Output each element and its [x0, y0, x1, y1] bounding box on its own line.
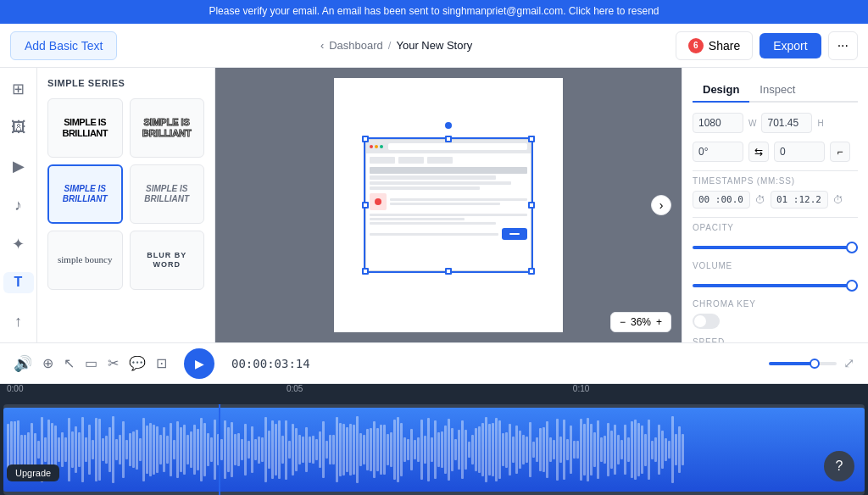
volume-slider[interactable]: [693, 284, 858, 287]
text-panel: SIMPLE SERIES SIMPLE ISBRILLIANT SIMPLE …: [37, 68, 215, 342]
cursor-icon[interactable]: ↖: [64, 355, 75, 371]
layout-icon: ⊞: [12, 80, 25, 98]
text-style-label: SIMPLE ISBRILLIANT: [139, 114, 195, 142]
share-button[interactable]: 6 Share: [676, 31, 753, 60]
text-style-label: BLUR BY WORD: [131, 248, 204, 273]
text-style-label: SIMPLE ISBRILLIANT: [59, 181, 111, 208]
height-input[interactable]: [761, 113, 812, 133]
sidebar-item-upload[interactable]: ↑: [3, 310, 34, 332]
chroma-key-label: CHROMA KEY: [693, 299, 858, 309]
cut-icon[interactable]: ✂: [108, 355, 119, 371]
text-style-bouncy[interactable]: simple bouncy: [47, 231, 123, 290]
divider2: [693, 217, 858, 218]
timeline-waveform: // Generate waveform bars inline: [3, 408, 865, 492]
expand-panel-button[interactable]: ›: [651, 195, 671, 215]
opacity-slider[interactable]: [693, 246, 858, 249]
upgrade-badge[interactable]: Upgrade: [7, 464, 59, 481]
timestamps-row: ⏱ ⏱: [693, 191, 858, 209]
notification-text: Please verify your email. An email has b…: [209, 5, 659, 17]
bottom-section: 🔊 ⊕ ↖ ▭ ✂ 💬 ⊡ ▶ 00:00:03:14 ⤢ 0:00 0:05 …: [0, 342, 868, 495]
timestamp-start[interactable]: [693, 191, 750, 209]
text-style-blur[interactable]: BLUR BY WORD: [130, 231, 205, 290]
corner-input[interactable]: [774, 142, 825, 162]
playback-volume-slider[interactable]: [769, 362, 837, 365]
element-icon: ✦: [12, 235, 25, 253]
flip-icon[interactable]: ⇆: [748, 142, 769, 162]
timestamp-end-icon: ⏱: [833, 194, 843, 206]
panel-tabs: Design Inspect: [693, 78, 858, 103]
sidebar-item-video[interactable]: ▶: [3, 155, 34, 177]
sidebar-item-image[interactable]: 🖼: [3, 117, 34, 139]
sidebar-item-audio[interactable]: ♪: [3, 194, 34, 216]
rotation-input[interactable]: [693, 142, 743, 162]
toggle-knob: [694, 315, 706, 327]
play-button[interactable]: ▶: [184, 348, 214, 379]
text-style-label: simple bouncy: [54, 251, 115, 269]
breadcrumb-dashboard[interactable]: Dashboard: [329, 39, 383, 52]
text-style-label: SIMPLE ISBRILLIANT: [58, 114, 111, 142]
timeline-clip[interactable]: // Generate waveform bars inline: [3, 408, 865, 492]
project-title: Your New Story: [396, 39, 472, 52]
opacity-slider-container: [693, 237, 858, 253]
timeline-track[interactable]: // Generate waveform bars inline: [3, 404, 865, 495]
resize-handle-tr[interactable]: [528, 136, 535, 142]
resize-handle-bl[interactable]: [362, 268, 369, 275]
rotate-handle[interactable]: [445, 122, 452, 129]
text-style-brilliant-outline[interactable]: SIMPLE ISBRILLIANT: [130, 98, 205, 158]
export-button[interactable]: Export: [760, 33, 821, 58]
width-input[interactable]: [693, 113, 743, 133]
resize-handle-mr[interactable]: [528, 202, 535, 209]
width-label: W: [748, 119, 756, 128]
crop-icon[interactable]: ▭: [85, 355, 97, 371]
resize-handle-tl[interactable]: [362, 136, 369, 142]
resize-handle-br[interactable]: [528, 268, 535, 275]
canvas-content: [334, 78, 563, 332]
more-options-button[interactable]: ···: [828, 31, 858, 60]
header: Add Basic Text ‹ Dashboard / Your New St…: [0, 24, 868, 68]
playhead[interactable]: [219, 404, 220, 495]
volume-playback-icon[interactable]: 🔊: [14, 354, 32, 373]
tab-design[interactable]: Design: [693, 78, 749, 103]
timestamp-end[interactable]: [771, 191, 828, 209]
opacity-label: OPACITY: [693, 223, 858, 232]
add-basic-text-button[interactable]: Add Basic Text: [10, 31, 117, 60]
divider: [693, 170, 858, 171]
resize-handle-bc[interactable]: [445, 268, 452, 275]
zoom-controls: − 36% +: [610, 312, 671, 332]
crop-alt-icon[interactable]: ⊡: [156, 355, 167, 371]
text-style-brilliant[interactable]: SIMPLE ISBRILLIANT: [47, 98, 123, 158]
chroma-key-toggle[interactable]: [693, 314, 720, 329]
comment-icon[interactable]: 💬: [129, 355, 146, 371]
help-icon: ?: [836, 459, 843, 474]
sidebar-item-elements[interactable]: ✦: [3, 233, 34, 255]
timeline-ruler: 0:00 0:05 0:10: [0, 384, 868, 404]
text-panel-title: SIMPLE SERIES: [47, 78, 204, 88]
icon-sidebar: ⊞ 🖼 ▶ ♪ ✦ T ↑: [0, 68, 37, 342]
add-clip-icon[interactable]: ⊕: [42, 355, 53, 371]
breadcrumb: ‹ Dashboard / Your New Story: [320, 39, 472, 52]
sidebar-item-layout[interactable]: ⊞: [3, 78, 34, 100]
header-left: Add Basic Text: [10, 31, 117, 60]
resize-handle-ml[interactable]: [362, 202, 369, 209]
corner-radius-icon[interactable]: ⌐: [830, 142, 850, 162]
text-style-brilliant-italic[interactable]: SIMPLE ISBRILLIANT: [130, 164, 205, 224]
share-badge: 6: [688, 38, 704, 53]
sidebar-item-text[interactable]: T: [3, 272, 34, 294]
timeline-mark-0: 0:00: [7, 384, 23, 393]
resize-handle-tc[interactable]: [445, 136, 452, 142]
zoom-out-button[interactable]: −: [620, 316, 626, 328]
breadcrumb-separator: /: [388, 39, 392, 52]
time-display: 00:00:03:14: [231, 357, 310, 370]
help-button[interactable]: ?: [824, 451, 854, 481]
zoom-level: 36%: [631, 316, 651, 328]
playhead-triangle: [214, 404, 225, 406]
chroma-key-row: [693, 314, 858, 329]
tab-inspect[interactable]: Inspect: [749, 78, 805, 103]
zoom-in-button[interactable]: +: [656, 316, 662, 328]
height-label: H: [817, 119, 823, 128]
notification-bar[interactable]: Please verify your email. An email has b…: [0, 0, 868, 24]
text-style-brilliant-bold[interactable]: SIMPLE ISBRILLIANT: [47, 164, 123, 224]
text-icon: T: [14, 275, 23, 290]
fullscreen-icon[interactable]: ⤢: [843, 355, 854, 371]
content-area: ⊞ 🖼 ▶ ♪ ✦ T ↑ SIMPLE SERIES: [0, 68, 868, 342]
